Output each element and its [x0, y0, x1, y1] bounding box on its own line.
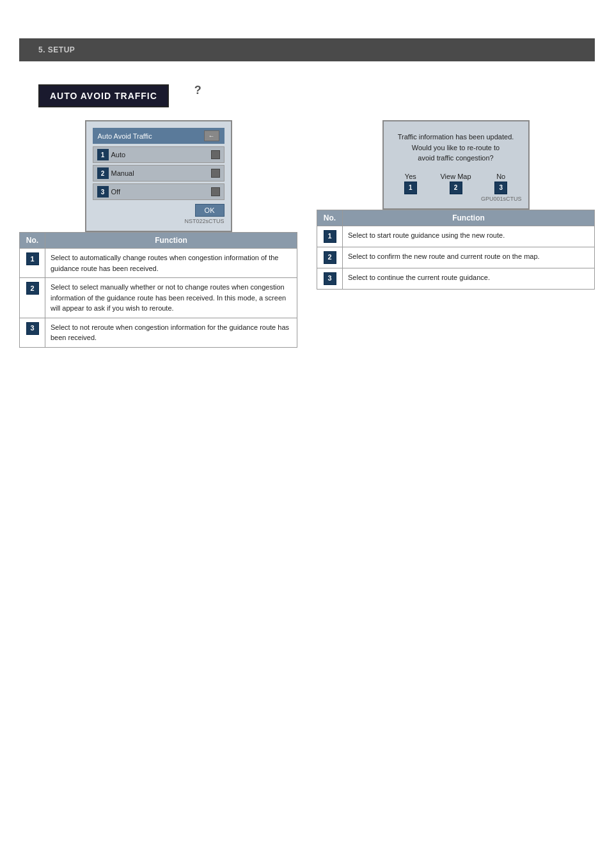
right-badge-1: 1	[324, 230, 336, 243]
right-table-no-header: No.	[317, 210, 343, 226]
header-bar: 5. SETUP	[19, 38, 595, 61]
screen-title-label: Auto Avoid Traffic	[98, 132, 152, 140]
left-row1-text: Select to automatically change routes wh…	[45, 249, 297, 278]
screen-code-left: NST022sCTUS	[93, 218, 224, 224]
traffic-btn-viewmap[interactable]: View Map 2	[435, 173, 476, 194]
traffic-btn-no-label: No	[496, 173, 505, 180]
option-row-2[interactable]: 2 Manual	[93, 165, 224, 182]
right-column: Traffic information has been updated. Wo…	[317, 120, 595, 290]
traffic-msg-line3: avoid traffic congestion?	[418, 154, 493, 162]
traffic-message: Traffic information has been updated. Wo…	[390, 132, 522, 164]
left-table-function-header: Function	[45, 233, 297, 249]
left-badge-1: 1	[26, 252, 39, 265]
option-label-off: Off	[111, 188, 211, 196]
right-row2-no: 2	[317, 247, 343, 268]
option-check-1	[211, 150, 220, 159]
left-function-table: No. Function 1 Select to automatically c…	[19, 232, 297, 348]
traffic-btn-yes[interactable]: Yes 1	[390, 173, 432, 194]
left-column: Auto Avoid Traffic ← 1 Auto 2 Manual	[19, 120, 297, 348]
right-row1-text: Select to start route guidance using the…	[343, 226, 595, 247]
page: 5. SETUP AUTO AVOID TRAFFIC ? Auto Avoid…	[0, 38, 614, 868]
right-screen-mockup: Traffic information has been updated. Wo…	[382, 120, 530, 210]
option-check-2	[211, 169, 220, 178]
option-row-1[interactable]: 1 Auto	[93, 146, 224, 163]
content-area: Auto Avoid Traffic ← 1 Auto 2 Manual	[19, 120, 595, 348]
table-row: 3 Select to continue the current route g…	[317, 268, 595, 289]
ok-button[interactable]: OK	[195, 204, 224, 217]
option-num-1: 1	[97, 149, 109, 160]
table-row: 1 Select to start route guidance using t…	[317, 226, 595, 247]
traffic-btn-viewmap-num: 2	[450, 182, 462, 194]
left-row3-no: 3	[20, 318, 45, 347]
left-row2-text: Select to select manually whether or not…	[45, 278, 297, 318]
right-row3-no: 3	[317, 268, 343, 289]
right-row2-text: Select to confirm the new route and curr…	[343, 247, 595, 268]
option-check-3	[211, 187, 220, 196]
option-row-3[interactable]: 3 Off	[93, 183, 224, 200]
section-label: 5. SETUP	[38, 45, 75, 54]
traffic-msg-line2: Would you like to re-route to	[412, 144, 500, 151]
screen-title-bar: Auto Avoid Traffic ←	[93, 128, 224, 144]
back-button[interactable]: ←	[204, 130, 219, 141]
option-num-2: 2	[97, 167, 109, 179]
screen-code-right: GPU001sCTUS	[390, 196, 522, 202]
traffic-buttons-row: Yes 1 View Map 2 No 3	[390, 173, 522, 194]
left-row2-no: 2	[20, 278, 45, 318]
traffic-btn-yes-label: Yes	[405, 173, 416, 180]
left-table-no-header: No.	[20, 233, 45, 249]
ok-row: OK	[93, 204, 224, 217]
help-icon: ?	[194, 84, 201, 97]
traffic-btn-viewmap-label: View Map	[440, 173, 471, 180]
right-badge-2: 2	[324, 251, 336, 264]
table-row: 3 Select to not reroute when congestion …	[20, 318, 297, 347]
option-label-auto: Auto	[111, 151, 211, 159]
right-row3-text: Select to continue the current route gui…	[343, 268, 595, 289]
table-row: 1 Select to automatically change routes …	[20, 249, 297, 278]
right-badge-3: 3	[324, 272, 336, 285]
traffic-msg-line1: Traffic information has been updated.	[398, 133, 514, 141]
left-badge-2: 2	[26, 282, 39, 295]
left-row1-no: 1	[20, 249, 45, 278]
right-row1-no: 1	[317, 226, 343, 247]
section-title: AUTO AVOID TRAFFIC	[38, 84, 169, 107]
table-row: 2 Select to confirm the new route and cu…	[317, 247, 595, 268]
left-badge-3: 3	[26, 322, 39, 335]
right-table-function-header: Function	[343, 210, 595, 226]
traffic-btn-no[interactable]: No 3	[480, 173, 522, 194]
right-function-table: No. Function 1 Select to start route gui…	[317, 210, 595, 290]
table-row: 2 Select to select manually whether or n…	[20, 278, 297, 318]
left-row3-text: Select to not reroute when congestion in…	[45, 318, 297, 347]
option-num-3: 3	[97, 186, 109, 198]
traffic-btn-no-num: 3	[494, 182, 507, 194]
option-label-manual: Manual	[111, 169, 211, 177]
traffic-btn-yes-num: 1	[404, 182, 417, 194]
left-screen-mockup: Auto Avoid Traffic ← 1 Auto 2 Manual	[85, 120, 232, 232]
